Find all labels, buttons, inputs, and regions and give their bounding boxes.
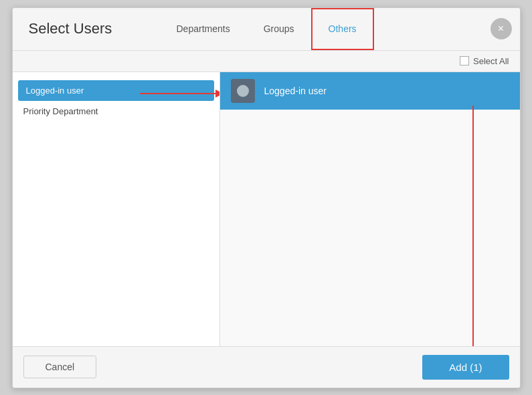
right-panel: Logged-in user	[220, 72, 520, 346]
select-all-label: Select All	[473, 56, 509, 66]
tab-groups[interactable]: Groups	[247, 8, 311, 50]
modal-header: Select Users Departments Groups Others ×	[13, 8, 520, 51]
tabs-container: Departments Groups Others	[160, 8, 491, 50]
right-item-label: Logged-in user	[264, 86, 327, 96]
add-button[interactable]: Add (1)	[422, 355, 509, 380]
modal-body: Logged-in user Priority Department Logge…	[13, 72, 520, 346]
tab-others[interactable]: Others	[311, 8, 374, 50]
modal-title: Select Users	[13, 20, 160, 37]
left-item-priority-department[interactable]: Priority Department	[13, 101, 219, 122]
avatar	[231, 79, 255, 103]
cancel-button[interactable]: Cancel	[23, 356, 97, 378]
select-all-checkbox[interactable]	[460, 56, 469, 65]
tab-departments[interactable]: Departments	[160, 8, 247, 50]
close-button[interactable]: ×	[491, 18, 512, 39]
select-all-row: Select All	[13, 51, 520, 72]
arrow-down-to-add	[466, 102, 480, 346]
select-users-modal: Select Users Departments Groups Others ×…	[12, 7, 521, 388]
avatar-circle	[237, 85, 249, 97]
left-panel: Logged-in user Priority Department	[13, 72, 220, 346]
right-item-logged-in-user[interactable]: Logged-in user	[220, 72, 520, 110]
left-item-logged-in-user[interactable]: Logged-in user	[18, 80, 214, 101]
modal-footer: Cancel Add (1)	[13, 346, 520, 388]
